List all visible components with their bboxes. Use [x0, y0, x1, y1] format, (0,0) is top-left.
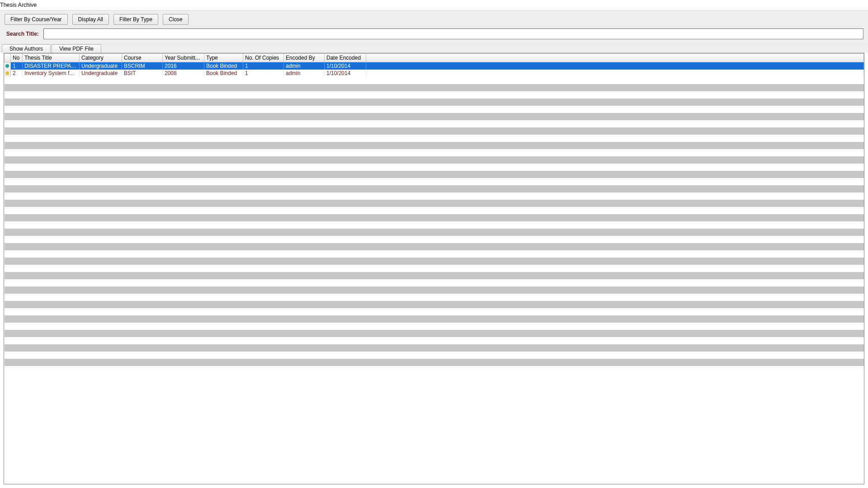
cell-course: BSIT [122, 70, 163, 77]
col-encoded-by[interactable]: Encoded By [284, 54, 325, 62]
thesis-archive-window: Thesis Archive Filter By Course/Year Dis… [0, 0, 868, 488]
cell-date: 1/10/2014 [325, 62, 366, 70]
table-row-empty [5, 337, 864, 344]
table-row-empty [5, 330, 864, 337]
thesis-grid[interactable]: No Thesis Title Category Course Year Sub… [4, 53, 864, 366]
table-row-empty [5, 106, 864, 113]
table-row-empty [5, 178, 864, 185]
table-row-empty [5, 149, 864, 156]
table-row-empty [5, 77, 864, 84]
cell-type: Book Binded [204, 62, 243, 70]
table-row-empty [5, 279, 864, 286]
cell-filler [366, 70, 864, 77]
window-title: Thesis Archive [0, 0, 868, 10]
table-row-empty [5, 221, 864, 229]
table-row-empty [5, 120, 864, 127]
indicator-dot-icon [5, 64, 9, 68]
col-category[interactable]: Category [80, 54, 122, 62]
row-indicator [5, 62, 11, 70]
col-title[interactable]: Thesis Title [23, 54, 80, 62]
cell-filler [366, 62, 864, 70]
table-row-empty [5, 164, 864, 171]
grid-container: No Thesis Title Category Course Year Sub… [4, 53, 864, 484]
table-row-empty [5, 142, 864, 149]
cell-title: Inventory System f... [23, 70, 80, 77]
search-input[interactable] [43, 28, 863, 39]
cell-date: 1/10/2014 [325, 70, 366, 77]
tab-row: Show Authors View PDF File [0, 44, 868, 53]
cell-encoded_by: admin [284, 70, 325, 77]
cell-copies: 1 [243, 62, 284, 70]
col-date[interactable]: Date Encoded [325, 54, 366, 62]
cell-course: BSCRIM [122, 62, 163, 70]
table-row[interactable]: 1DISASTER PREPAR...UndergraduateBSCRIM20… [5, 62, 864, 70]
grid-body: 1DISASTER PREPAR...UndergraduateBSCRIM20… [5, 62, 864, 366]
col-copies[interactable]: No. Of Copies [243, 54, 284, 62]
filter-type-button[interactable]: Filter By Type [113, 14, 158, 25]
table-row-empty [5, 344, 864, 352]
table-row-empty [5, 286, 864, 294]
col-course[interactable]: Course [122, 54, 163, 62]
search-row: Search Title: [5, 28, 863, 39]
tab-show-authors[interactable]: Show Authors [2, 44, 51, 53]
table-row-empty [5, 236, 864, 243]
col-filler [366, 54, 864, 62]
table-row-empty [5, 272, 864, 279]
table-row-empty [5, 171, 864, 178]
display-all-button[interactable]: Display All [72, 14, 109, 25]
toolbar: Filter By Course/Year Display All Filter… [0, 10, 868, 44]
tab-view-pdf[interactable]: View PDF File [52, 44, 101, 53]
table-row-empty [5, 323, 864, 330]
cell-title: DISASTER PREPAR... [23, 62, 80, 70]
cell-category: Undergraduate [80, 62, 122, 70]
table-row-empty [5, 207, 864, 214]
cell-year: 2016 [163, 62, 204, 70]
table-row-empty [5, 200, 864, 207]
table-row-empty [5, 294, 864, 301]
row-indicator [5, 70, 11, 77]
filter-course-year-button[interactable]: Filter By Course/Year [5, 14, 68, 25]
table-row[interactable]: 2Inventory System f...UndergraduateBSIT2… [5, 70, 864, 77]
cell-no: 1 [11, 62, 23, 70]
indicator-dot-icon [5, 71, 9, 75]
col-year[interactable]: Year Submitt... [163, 54, 204, 62]
table-row-empty [5, 156, 864, 164]
table-row-empty [5, 229, 864, 236]
table-row-empty [5, 359, 864, 366]
table-row-empty [5, 258, 864, 265]
toolbar-buttons: Filter By Course/Year Display All Filter… [5, 14, 863, 25]
cell-no: 2 [11, 70, 23, 77]
table-row-empty [5, 243, 864, 250]
cell-copies: 1 [243, 70, 284, 77]
cell-year: 2008 [163, 70, 204, 77]
table-row-empty [5, 84, 864, 91]
table-row-empty [5, 127, 864, 135]
table-row-empty [5, 135, 864, 142]
close-button[interactable]: Close [163, 14, 189, 25]
table-row-empty [5, 91, 864, 99]
col-no[interactable]: No [11, 54, 23, 62]
table-row-empty [5, 301, 864, 308]
table-row-empty [5, 308, 864, 315]
table-row-empty [5, 214, 864, 221]
cell-category: Undergraduate [80, 70, 122, 77]
col-type[interactable]: Type [204, 54, 243, 62]
table-row-empty [5, 265, 864, 272]
table-row-empty [5, 250, 864, 258]
table-row-empty [5, 315, 864, 323]
grid-header: No Thesis Title Category Course Year Sub… [5, 54, 864, 62]
cell-encoded_by: admin [284, 62, 325, 70]
table-row-empty [5, 99, 864, 106]
cell-type: Book Binded [204, 70, 243, 77]
col-indicator[interactable] [5, 54, 11, 62]
table-row-empty [5, 185, 864, 192]
table-row-empty [5, 352, 864, 359]
search-label: Search Title: [5, 31, 39, 37]
table-row-empty [5, 192, 864, 200]
table-row-empty [5, 113, 864, 120]
